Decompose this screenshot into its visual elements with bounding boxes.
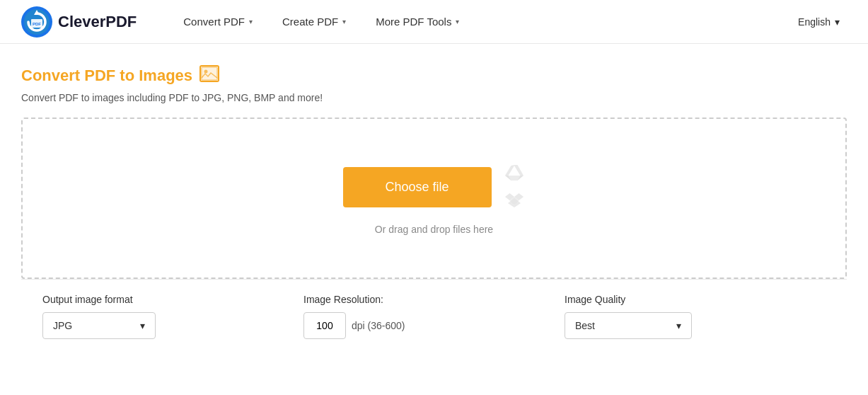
cloud-storage-icons xyxy=(503,161,526,212)
svg-text:PDF: PDF xyxy=(33,22,41,26)
format-chevron-icon: ▾ xyxy=(140,320,145,331)
nav-convert-pdf[interactable]: Convert PDF ▾ xyxy=(172,10,264,33)
format-label: Output image format xyxy=(42,294,303,305)
logo[interactable]: PDF CleverPDF xyxy=(21,6,137,38)
nav-create-pdf[interactable]: Create PDF ▾ xyxy=(271,10,357,33)
nav-create-pdf-chevron: ▾ xyxy=(342,18,346,25)
resolution-input-group: dpi (36-600) xyxy=(303,312,565,339)
nav-convert-pdf-label: Convert PDF xyxy=(183,16,245,28)
header: PDF CleverPDF Convert PDF ▾ Create PDF ▾… xyxy=(0,0,868,44)
resolution-input[interactable] xyxy=(303,312,346,339)
google-drive-icon[interactable] xyxy=(503,161,526,184)
dropbox-icon[interactable] xyxy=(503,190,526,212)
quality-label: Image Quality xyxy=(565,294,826,305)
nav-more-tools[interactable]: More PDF Tools ▾ xyxy=(364,10,470,33)
format-select[interactable]: JPG ▾ xyxy=(42,312,156,339)
language-label: English xyxy=(798,16,831,28)
format-value: JPG xyxy=(53,320,72,331)
page-title-text: Convert PDF to Images xyxy=(21,67,192,85)
language-chevron: ▾ xyxy=(835,16,840,28)
logo-icon: PDF xyxy=(21,6,52,38)
quality-value: Best xyxy=(575,320,595,331)
choose-file-button[interactable]: Choose file xyxy=(343,167,492,207)
page-description: Convert PDF to images including PDF to J… xyxy=(21,92,847,103)
quality-option-group: Image Quality Best ▾ xyxy=(565,294,826,339)
svg-point-8 xyxy=(204,70,208,74)
nav-create-pdf-label: Create PDF xyxy=(282,16,338,28)
resolution-label: Image Resolution: xyxy=(303,294,565,305)
main-nav: Convert PDF ▾ Create PDF ▾ More PDF Tool… xyxy=(172,10,791,33)
main-content: Convert PDF to Images Convert PDF to ima… xyxy=(0,44,868,367)
quality-select[interactable]: Best ▾ xyxy=(565,312,692,339)
upload-dropzone[interactable]: Choose file xyxy=(21,118,847,279)
upload-inner: Choose file xyxy=(343,161,526,212)
nav-more-tools-label: More PDF Tools xyxy=(376,16,451,28)
options-bar: Output image format JPG ▾ Image Resoluti… xyxy=(21,279,847,353)
nav-convert-pdf-chevron: ▾ xyxy=(249,18,253,25)
logo-text: CleverPDF xyxy=(58,13,137,31)
page-title-icon xyxy=(199,65,219,86)
quality-chevron-icon: ▾ xyxy=(676,320,681,331)
nav-more-tools-chevron: ▾ xyxy=(456,18,459,25)
resolution-option-group: Image Resolution: dpi (36-600) xyxy=(303,294,565,339)
page-title-area: Convert PDF to Images xyxy=(21,65,847,86)
svg-rect-6 xyxy=(202,68,216,79)
drag-drop-label: Or drag and drop files here xyxy=(375,224,493,235)
resolution-unit: dpi (36-600) xyxy=(352,320,405,331)
language-selector[interactable]: English ▾ xyxy=(791,12,847,32)
format-option-group: Output image format JPG ▾ xyxy=(42,294,303,339)
